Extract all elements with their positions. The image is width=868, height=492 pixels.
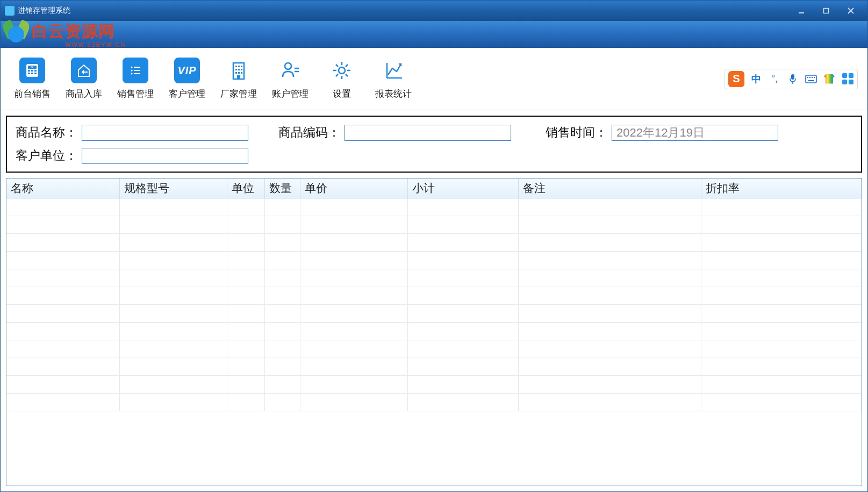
table-cell[interactable] <box>6 394 119 411</box>
table-cell[interactable] <box>119 234 227 252</box>
table-cell[interactable] <box>701 234 862 252</box>
table-cell[interactable] <box>227 340 264 358</box>
table-cell[interactable] <box>227 269 264 287</box>
table-cell[interactable] <box>701 198 862 216</box>
table-cell[interactable] <box>6 198 119 216</box>
table-cell[interactable] <box>300 394 407 411</box>
table-cell[interactable] <box>6 269 119 287</box>
table-cell[interactable] <box>701 252 862 269</box>
table-cell[interactable] <box>518 198 701 216</box>
table-cell[interactable] <box>300 252 407 269</box>
table-cell[interactable] <box>264 305 300 323</box>
ime-mic-icon[interactable] <box>786 74 799 84</box>
ime-punct-button[interactable]: °, <box>768 73 781 84</box>
table-cell[interactable] <box>6 323 119 340</box>
table-cell[interactable] <box>518 394 701 411</box>
table-cell[interactable] <box>407 358 518 376</box>
table-cell[interactable] <box>518 305 701 323</box>
table-row[interactable] <box>6 305 862 323</box>
table-cell[interactable] <box>6 358 119 376</box>
table-cell[interactable] <box>6 376 119 394</box>
table-cell[interactable] <box>264 358 300 376</box>
factory-mgmt-button[interactable]: 厂家管理 <box>217 58 261 100</box>
table-cell[interactable] <box>119 198 227 216</box>
table-cell[interactable] <box>119 252 227 269</box>
table-cell[interactable] <box>407 376 518 394</box>
table-cell[interactable] <box>518 269 701 287</box>
table-cell[interactable] <box>227 287 264 305</box>
table-cell[interactable] <box>264 234 300 252</box>
table-cell[interactable] <box>6 305 119 323</box>
table-cell[interactable] <box>227 252 264 269</box>
ime-lang-button[interactable]: 中 <box>750 73 763 85</box>
table-cell[interactable] <box>701 269 862 287</box>
table-cell[interactable] <box>300 198 407 216</box>
table-cell[interactable] <box>227 305 264 323</box>
table-cell[interactable] <box>300 216 407 234</box>
table-cell[interactable] <box>518 234 701 252</box>
table-cell[interactable] <box>300 376 407 394</box>
maximize-button[interactable] <box>814 3 838 18</box>
table-cell[interactable] <box>264 252 300 269</box>
sales-time-picker[interactable]: 2022年12月19日 <box>612 125 778 141</box>
table-cell[interactable] <box>407 394 518 411</box>
product-name-input[interactable] <box>82 125 248 141</box>
table-cell[interactable] <box>701 323 862 340</box>
table-cell[interactable] <box>407 269 518 287</box>
table-cell[interactable] <box>407 252 518 269</box>
table-cell[interactable] <box>119 394 227 411</box>
table-cell[interactable] <box>264 216 300 234</box>
table-row[interactable] <box>6 340 862 358</box>
customer-unit-input[interactable] <box>82 148 248 164</box>
table-row[interactable] <box>6 287 862 305</box>
table-cell[interactable] <box>407 234 518 252</box>
table-cell[interactable] <box>300 323 407 340</box>
table-cell[interactable] <box>701 216 862 234</box>
table-cell[interactable] <box>701 305 862 323</box>
table-cell[interactable] <box>300 287 407 305</box>
table-cell[interactable] <box>119 305 227 323</box>
ime-skin-icon[interactable] <box>823 74 836 84</box>
col-header-name[interactable]: 名称 <box>6 179 119 198</box>
ime-menu-icon[interactable] <box>841 73 854 84</box>
close-button[interactable] <box>838 3 863 18</box>
table-row[interactable] <box>6 269 862 287</box>
table-cell[interactable] <box>701 394 862 411</box>
table-cell[interactable] <box>300 305 407 323</box>
table-cell[interactable] <box>264 323 300 340</box>
table-cell[interactable] <box>227 394 264 411</box>
account-mgmt-button[interactable]: 账户管理 <box>268 58 312 100</box>
table-cell[interactable] <box>701 340 862 358</box>
table-cell[interactable] <box>119 287 227 305</box>
table-cell[interactable] <box>119 269 227 287</box>
table-cell[interactable] <box>227 358 264 376</box>
table-cell[interactable] <box>407 340 518 358</box>
data-grid[interactable]: 名称 规格型号 单位 数量 单价 小计 备注 折扣率 <box>6 178 862 486</box>
sales-mgmt-button[interactable]: 销售管理 <box>113 58 157 100</box>
ime-keyboard-icon[interactable] <box>805 75 817 83</box>
table-cell[interactable] <box>518 323 701 340</box>
table-cell[interactable] <box>407 198 518 216</box>
table-cell[interactable] <box>701 376 862 394</box>
table-cell[interactable] <box>227 198 264 216</box>
table-cell[interactable] <box>227 234 264 252</box>
table-cell[interactable] <box>119 323 227 340</box>
table-row[interactable] <box>6 376 862 394</box>
table-row[interactable] <box>6 323 862 340</box>
table-cell[interactable] <box>6 216 119 234</box>
table-cell[interactable] <box>518 358 701 376</box>
table-cell[interactable] <box>518 252 701 269</box>
table-cell[interactable] <box>300 340 407 358</box>
table-cell[interactable] <box>407 305 518 323</box>
col-header-qty[interactable]: 数量 <box>264 179 300 198</box>
table-cell[interactable] <box>227 216 264 234</box>
col-header-spec[interactable]: 规格型号 <box>119 179 227 198</box>
goods-in-button[interactable]: 商品入库 <box>62 58 106 100</box>
col-header-remark[interactable]: 备注 <box>518 179 701 198</box>
table-cell[interactable] <box>264 394 300 411</box>
settings-button[interactable]: 设置 <box>320 58 364 100</box>
table-cell[interactable] <box>119 340 227 358</box>
table-cell[interactable] <box>407 287 518 305</box>
table-cell[interactable] <box>407 323 518 340</box>
table-cell[interactable] <box>407 216 518 234</box>
